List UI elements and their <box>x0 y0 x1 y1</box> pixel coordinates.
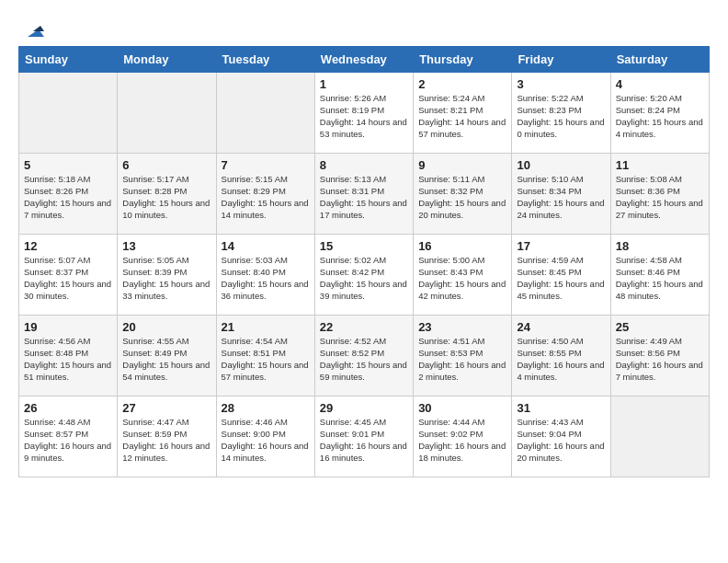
daylight-text: Daylight: 15 hours and 30 minutes. <box>24 279 111 301</box>
sunset-text: Sunset: 8:23 PM <box>517 105 581 115</box>
daylight-text: Daylight: 15 hours and 45 minutes. <box>517 279 604 301</box>
calendar-cell: 1Sunrise: 5:26 AMSunset: 8:19 PMDaylight… <box>314 73 413 154</box>
cell-content: Sunrise: 4:44 AMSunset: 9:02 PMDaylight:… <box>418 417 506 464</box>
cell-content: Sunrise: 4:48 AMSunset: 8:57 PMDaylight:… <box>24 417 112 464</box>
sunset-text: Sunset: 8:51 PM <box>222 348 286 358</box>
logo-text <box>18 18 46 40</box>
day-header-monday: Monday <box>118 47 216 73</box>
cell-content: Sunrise: 5:02 AMSunset: 8:42 PMDaylight:… <box>320 255 408 302</box>
sunset-text: Sunset: 8:26 PM <box>24 186 88 196</box>
calendar-table: SundayMondayTuesdayWednesdayThursdayFrid… <box>18 46 710 477</box>
calendar-cell: 13Sunrise: 5:05 AMSunset: 8:39 PMDayligh… <box>118 235 216 316</box>
day-number: 26 <box>24 401 112 415</box>
sunrise-text: Sunrise: 4:58 AM <box>616 255 682 265</box>
daylight-text: Daylight: 15 hours and 17 minutes. <box>320 198 407 220</box>
cell-content: Sunrise: 4:58 AMSunset: 8:46 PMDaylight:… <box>616 255 704 302</box>
day-number: 1 <box>320 77 408 91</box>
sunrise-text: Sunrise: 5:15 AM <box>222 174 288 184</box>
cell-content: Sunrise: 4:55 AMSunset: 8:49 PMDaylight:… <box>122 336 210 383</box>
calendar-cell: 6Sunrise: 5:17 AMSunset: 8:28 PMDaylight… <box>118 154 216 235</box>
cell-content: Sunrise: 5:18 AMSunset: 8:26 PMDaylight:… <box>24 174 112 221</box>
sunset-text: Sunset: 8:48 PM <box>24 348 88 358</box>
cell-content: Sunrise: 5:26 AMSunset: 8:19 PMDaylight:… <box>320 93 408 140</box>
sunrise-text: Sunrise: 5:26 AM <box>320 93 386 103</box>
daylight-text: Daylight: 15 hours and 36 minutes. <box>222 279 309 301</box>
page-header <box>18 18 710 37</box>
daylight-text: Daylight: 15 hours and 24 minutes. <box>517 198 604 220</box>
daylight-text: Daylight: 15 hours and 57 minutes. <box>222 360 309 382</box>
daylight-text: Daylight: 15 hours and 48 minutes. <box>616 279 703 301</box>
day-header-friday: Friday <box>512 47 610 73</box>
daylight-text: Daylight: 15 hours and 20 minutes. <box>418 198 506 220</box>
day-header-wednesday: Wednesday <box>314 47 413 73</box>
week-row-5: 26Sunrise: 4:48 AMSunset: 8:57 PMDayligh… <box>19 396 710 477</box>
cell-content: Sunrise: 5:11 AMSunset: 8:32 PMDaylight:… <box>418 174 506 221</box>
week-row-3: 12Sunrise: 5:07 AMSunset: 8:37 PMDayligh… <box>19 235 710 316</box>
day-number: 23 <box>418 320 506 334</box>
sunrise-text: Sunrise: 5:07 AM <box>24 255 90 265</box>
daylight-text: Daylight: 15 hours and 10 minutes. <box>122 198 210 220</box>
cell-content: Sunrise: 4:47 AMSunset: 8:59 PMDaylight:… <box>122 417 210 464</box>
daylight-text: Daylight: 15 hours and 0 minutes. <box>517 117 604 139</box>
calendar-cell: 26Sunrise: 4:48 AMSunset: 8:57 PMDayligh… <box>19 396 118 477</box>
sunset-text: Sunset: 8:57 PM <box>24 429 88 439</box>
day-number: 2 <box>418 77 506 91</box>
cell-content: Sunrise: 5:15 AMSunset: 8:29 PMDaylight:… <box>222 174 310 221</box>
daylight-text: Daylight: 16 hours and 7 minutes. <box>616 360 703 382</box>
sunrise-text: Sunrise: 5:11 AM <box>418 174 484 184</box>
calendar-cell: 15Sunrise: 5:02 AMSunset: 8:42 PMDayligh… <box>314 235 413 316</box>
sunrise-text: Sunrise: 5:13 AM <box>320 174 386 184</box>
daylight-text: Daylight: 16 hours and 2 minutes. <box>418 360 506 382</box>
calendar-cell: 10Sunrise: 5:10 AMSunset: 8:34 PMDayligh… <box>512 154 610 235</box>
logo <box>18 18 46 37</box>
day-number: 12 <box>24 239 112 253</box>
sunset-text: Sunset: 8:36 PM <box>616 186 680 196</box>
sunset-text: Sunset: 8:28 PM <box>122 186 187 196</box>
daylight-text: Daylight: 15 hours and 42 minutes. <box>418 279 506 301</box>
week-row-1: 1Sunrise: 5:26 AMSunset: 8:19 PMDaylight… <box>19 73 710 154</box>
calendar-cell: 11Sunrise: 5:08 AMSunset: 8:36 PMDayligh… <box>610 154 709 235</box>
sunset-text: Sunset: 8:19 PM <box>320 105 384 115</box>
day-number: 20 <box>122 320 210 334</box>
sunrise-text: Sunrise: 5:18 AM <box>24 174 90 184</box>
sunset-text: Sunset: 8:24 PM <box>616 105 680 115</box>
sunrise-text: Sunrise: 5:24 AM <box>418 93 484 103</box>
sunset-text: Sunset: 8:43 PM <box>418 267 483 277</box>
sunset-text: Sunset: 8:34 PM <box>517 186 581 196</box>
day-number: 9 <box>418 158 506 172</box>
daylight-text: Daylight: 16 hours and 12 minutes. <box>122 441 210 463</box>
sunrise-text: Sunrise: 5:03 AM <box>222 255 288 265</box>
day-number: 16 <box>418 239 506 253</box>
logo-icon <box>20 20 44 40</box>
sunrise-text: Sunrise: 4:46 AM <box>222 417 288 427</box>
sunset-text: Sunset: 8:39 PM <box>122 267 187 277</box>
sunset-text: Sunset: 8:55 PM <box>517 348 581 358</box>
daylight-text: Daylight: 15 hours and 59 minutes. <box>320 360 407 382</box>
day-header-tuesday: Tuesday <box>216 47 314 73</box>
cell-content: Sunrise: 5:08 AMSunset: 8:36 PMDaylight:… <box>616 174 704 221</box>
daylight-text: Daylight: 16 hours and 4 minutes. <box>517 360 604 382</box>
day-number: 10 <box>517 158 605 172</box>
day-number: 27 <box>122 401 210 415</box>
day-number: 24 <box>517 320 605 334</box>
sunrise-text: Sunrise: 5:00 AM <box>418 255 484 265</box>
cell-content: Sunrise: 5:22 AMSunset: 8:23 PMDaylight:… <box>517 93 605 140</box>
daylight-text: Daylight: 16 hours and 14 minutes. <box>222 441 309 463</box>
sunset-text: Sunset: 8:37 PM <box>24 267 88 277</box>
sunrise-text: Sunrise: 4:50 AM <box>517 336 583 346</box>
day-number: 7 <box>222 158 310 172</box>
calendar-cell: 9Sunrise: 5:11 AMSunset: 8:32 PMDaylight… <box>414 154 512 235</box>
calendar-cell: 12Sunrise: 5:07 AMSunset: 8:37 PMDayligh… <box>19 235 118 316</box>
cell-content: Sunrise: 5:07 AMSunset: 8:37 PMDaylight:… <box>24 255 112 302</box>
daylight-text: Daylight: 16 hours and 20 minutes. <box>517 441 604 463</box>
week-row-2: 5Sunrise: 5:18 AMSunset: 8:26 PMDaylight… <box>19 154 710 235</box>
sunrise-text: Sunrise: 4:52 AM <box>320 336 386 346</box>
sunrise-text: Sunrise: 5:22 AM <box>517 93 583 103</box>
calendar-cell: 22Sunrise: 4:52 AMSunset: 8:52 PMDayligh… <box>314 316 413 396</box>
day-number: 25 <box>616 320 704 334</box>
svg-marker-1 <box>33 26 44 31</box>
cell-content: Sunrise: 4:54 AMSunset: 8:51 PMDaylight:… <box>222 336 310 383</box>
daylight-text: Daylight: 15 hours and 7 minutes. <box>24 198 111 220</box>
day-number: 11 <box>616 158 704 172</box>
cell-content: Sunrise: 5:10 AMSunset: 8:34 PMDaylight:… <box>517 174 605 221</box>
